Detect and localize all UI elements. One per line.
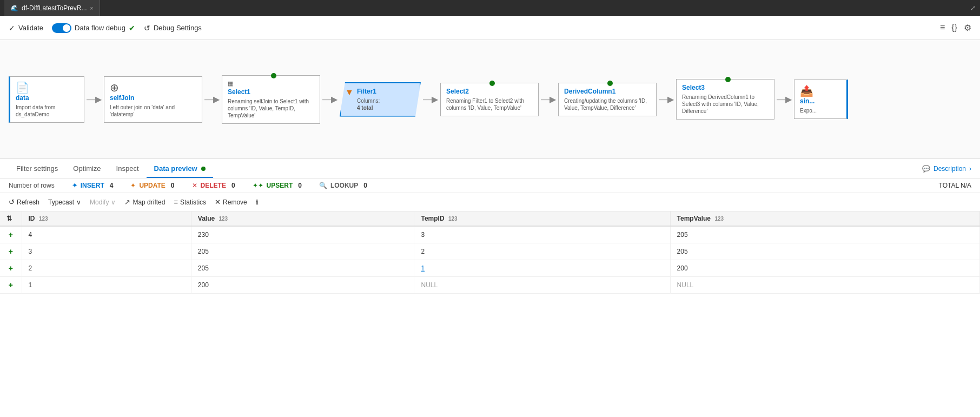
node-select3-desc: Renaming DerivedColumn1 to Select3 with … (682, 94, 769, 115)
insert-label: INSERT (81, 182, 104, 189)
connector-3: —▶ (320, 94, 340, 104)
node-data-desc: Import data fromds_dataDemo (16, 104, 55, 118)
sub-tabs: Filter settings Optimize Inspect Data pr… (0, 159, 980, 178)
insert-icon: ✦ (72, 182, 77, 189)
tab-optimize[interactable]: Optimize (65, 160, 108, 178)
node-data-title: data (16, 94, 29, 102)
node-selfjoin[interactable]: ⊕ selfJoin Left outer join on 'data' and… (104, 76, 202, 123)
toolbar-right: ≡ {} ⚙ (940, 23, 971, 33)
total-label: TOTAL (939, 182, 959, 189)
typecast-chevron: ∨ (76, 198, 81, 206)
node-selfjoin-icon: ⊕ (110, 81, 119, 94)
connector-7: —▶ (774, 94, 794, 104)
node-selfjoin-title: selfJoin (110, 94, 134, 102)
sort-icon: ⇅ (6, 215, 12, 222)
node-select1-title: Select1 (228, 88, 250, 96)
statistics-label: Statistics (180, 198, 206, 206)
settings-icon[interactable]: ⚙ (964, 23, 971, 33)
map-drifted-button[interactable]: ↗ Map drifted (124, 198, 165, 206)
debug-toggle[interactable]: Data flow debug ✔ (52, 23, 135, 33)
node-select1-icon: ▦ (228, 80, 233, 87)
window-tab-close[interactable]: × (90, 5, 94, 11)
node-data[interactable]: 📄 data Import data fromds_dataDemo (9, 76, 84, 123)
modify-chevron: ∨ (111, 198, 116, 206)
cell-tempvalue: 205 (670, 226, 979, 243)
node-filter1-title: Filter1 (357, 88, 376, 95)
node-select2[interactable]: Select2 Renaming Filter1 to Select2 with… (440, 83, 539, 116)
th-id[interactable]: ID 123 (22, 211, 191, 226)
table-row: +42303205 (0, 226, 980, 243)
cell-tempid[interactable]: 1 (414, 260, 670, 277)
debug-label: Data flow debug (75, 24, 125, 32)
node-select3[interactable]: Select3 Renaming DerivedColumn1 to Selec… (676, 79, 774, 120)
sink-icon: 📤 (800, 84, 813, 97)
remove-button[interactable]: ✕ Remove (215, 198, 247, 206)
description-link[interactable]: 💬 Description › (922, 165, 971, 173)
node-data-icon: 📄 (16, 81, 29, 94)
th-value[interactable]: Value 123 (191, 211, 414, 226)
refresh-button[interactable]: ↺ Refresh (9, 198, 39, 206)
canvas-nodes: 📄 data Import data fromds_dataDemo —▶ ⊕ … (9, 47, 971, 152)
connector-2: —▶ (202, 94, 222, 104)
row-insert-icon: + (0, 277, 22, 294)
code-icon[interactable]: {} (951, 23, 957, 33)
typecast-button[interactable]: Typecast ∨ (48, 198, 81, 206)
window-tab-bar: 🌊 df-DiffLatestToPrevR... × ⤢ (0, 0, 980, 16)
node-select3-title: Select3 (682, 84, 705, 91)
node-filter1-desc: Columns:4 total (357, 97, 380, 111)
cell-value: 205 (191, 243, 414, 260)
th-tempid[interactable]: TempID 123 (414, 211, 670, 226)
map-drifted-icon: ↗ (124, 198, 130, 206)
node-select2-desc: Renaming Filter1 to Select2 with columns… (446, 97, 533, 111)
script-icon[interactable]: ≡ (940, 23, 945, 33)
refresh-label: Refresh (17, 198, 39, 206)
tab-data-preview[interactable]: Data preview (147, 160, 214, 178)
delete-value: 0 (231, 182, 235, 189)
rows-label: Number of rows (9, 182, 55, 189)
filter1-icon: ▼ (345, 88, 354, 97)
debug-toggle-switch[interactable] (52, 23, 71, 33)
refresh-icon: ↺ (9, 198, 15, 206)
upsert-value: 0 (298, 182, 302, 189)
description-expand-icon: › (969, 165, 971, 173)
statistics-icon: ≡ (174, 198, 178, 206)
cell-id: 2 (22, 260, 191, 277)
stat-total: TOTAL N/A (939, 182, 971, 189)
window-tab-title: df-DiffLatestToPrevR... (22, 4, 87, 12)
cell-tempid: NULL (414, 277, 670, 294)
node-select1[interactable]: ▦ Select1 Renaming selfJoin to Select1 w… (222, 75, 320, 124)
statistics-button[interactable]: ≡ Statistics (174, 198, 206, 206)
cell-id: 4 (22, 226, 191, 243)
node-filter1[interactable]: ▼ Filter1 Columns:4 total (340, 82, 421, 117)
node-selfjoin-desc: Left outer join on 'data' and 'datatemp' (110, 104, 196, 118)
node-sink-title: sin... (800, 97, 815, 105)
update-value: 0 (171, 182, 175, 189)
info-button[interactable]: ℹ (256, 198, 259, 206)
select2-green-dot (489, 81, 495, 86)
window-tab[interactable]: 🌊 df-DiffLatestToPrevR... × (4, 0, 100, 16)
validate-icon: ✓ (9, 24, 15, 32)
bottom-panel: Filter settings Optimize Inspect Data pr… (0, 159, 980, 417)
th-sort[interactable]: ⇅ (0, 211, 22, 226)
table-row: +32052205 (0, 243, 980, 260)
cell-tempid: 2 (414, 243, 670, 260)
modify-button[interactable]: Modify ∨ (90, 198, 116, 206)
connector-4: —▶ (421, 94, 440, 104)
node-derived1-title: DerivedColumn1 (564, 88, 615, 95)
node-derivedcolumn1[interactable]: DerivedColumn1 Creating/updating the col… (558, 83, 657, 116)
stat-lookup: 🔍 LOOKUP 0 (319, 182, 367, 189)
tab-filter-settings[interactable]: Filter settings (9, 160, 65, 178)
data-preview-active-dot (201, 167, 206, 171)
expand-icon[interactable]: ⤢ (970, 4, 976, 12)
node-sink[interactable]: 📤 sin... Expo... (794, 80, 848, 119)
tab-inspect[interactable]: Inspect (109, 160, 147, 178)
row-insert-icon: + (0, 243, 22, 260)
debug-settings-icon: ↺ (144, 24, 150, 32)
connector-1: —▶ (84, 94, 104, 104)
validate-button[interactable]: ✓ Validate (9, 24, 43, 32)
row-insert-icon: + (0, 260, 22, 277)
debug-settings-button[interactable]: ↺ Debug Settings (144, 24, 202, 32)
modify-label: Modify (90, 198, 109, 206)
data-toolbar: ↺ Refresh Typecast ∨ Modify ∨ ↗ Map drif… (0, 193, 980, 211)
th-tempvalue[interactable]: TempValue 123 (670, 211, 979, 226)
